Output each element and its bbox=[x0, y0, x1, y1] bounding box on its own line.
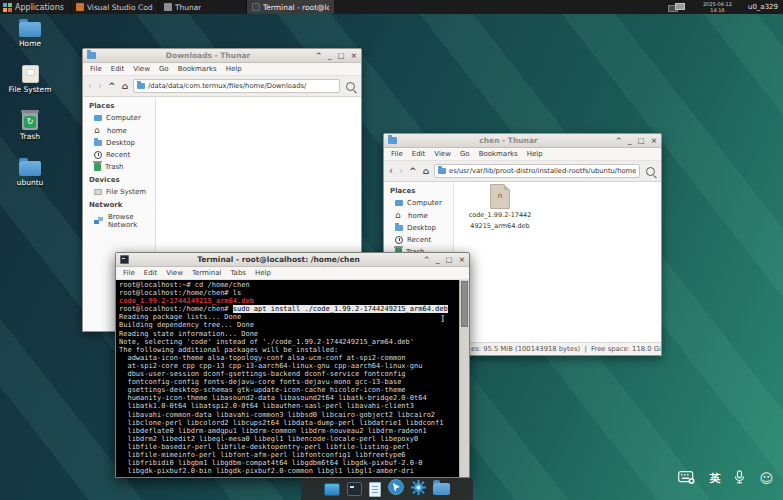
terminal-content[interactable]: root@localhost:~# cd /home/chenroot@loca… bbox=[116, 280, 469, 477]
toolbar: ‹ › ^ ⌂ /data/data/com.termux/files/home… bbox=[83, 76, 361, 97]
network-icon bbox=[94, 217, 104, 225]
menu-item[interactable]: Edit bbox=[111, 65, 125, 73]
trash-mini-icon bbox=[94, 163, 101, 171]
menu-item[interactable]: Help bbox=[226, 65, 242, 73]
up-button[interactable]: ^ bbox=[107, 82, 117, 91]
taskbar-button-terminal[interactable]: Terminal - root@localho... bbox=[246, 0, 334, 14]
scrollbar-thumb[interactable] bbox=[461, 281, 468, 327]
menu-item[interactable]: Edit bbox=[144, 269, 158, 277]
desktop-icon-ubuntu[interactable]: ubuntu bbox=[4, 157, 56, 187]
menu-item[interactable]: File bbox=[90, 65, 102, 73]
file-item-deb[interactable]: n code_1.99.2-17442 49215_arm64.deb bbox=[468, 184, 532, 230]
sidebar-item-recent[interactable]: Recent bbox=[384, 234, 453, 246]
menu-item[interactable]: Terminal bbox=[192, 269, 222, 277]
window-terminal: Terminal - root@localhost: /home/chen ^ … bbox=[115, 252, 470, 478]
sidebar-item-browse-network[interactable]: Browse Network bbox=[83, 211, 155, 231]
path-bar[interactable]: /data/data/com.termux/files/home/Downloa… bbox=[133, 79, 340, 93]
top-panel: Applications Visual Studio Code - Co... … bbox=[0, 0, 783, 14]
menu-item[interactable]: View bbox=[166, 269, 183, 277]
minimize-icon[interactable]: _ bbox=[436, 253, 440, 267]
home-button[interactable]: ⌂ bbox=[121, 82, 129, 91]
file-manager-icon[interactable] bbox=[433, 483, 450, 495]
clock[interactable]: 2025-04-12 14:16 bbox=[703, 1, 732, 13]
menu-item[interactable]: Bookmarks bbox=[479, 150, 518, 158]
menu-item[interactable]: Bookmarks bbox=[178, 65, 217, 73]
minimize-icon[interactable]: _ bbox=[628, 134, 632, 148]
workspace-pager[interactable] bbox=[667, 2, 687, 13]
desktop-folder-icon bbox=[395, 225, 403, 231]
input-method-tray: 英 ☺ bbox=[678, 469, 773, 488]
shade-icon[interactable]: ^ bbox=[616, 134, 622, 148]
back-button[interactable]: ‹ bbox=[388, 166, 394, 176]
maximize-icon[interactable]: □ bbox=[638, 134, 645, 148]
menu-item[interactable]: Edit bbox=[412, 150, 426, 158]
menubar: FileEditViewTerminalTabsHelp bbox=[116, 267, 469, 280]
terminal-line: libdrm2 libedit2 libegl-mesa0 libegl1 li… bbox=[119, 435, 458, 443]
applications-label: Applications bbox=[15, 3, 64, 12]
close-icon[interactable]: × bbox=[651, 134, 657, 148]
menu-item[interactable]: Go bbox=[460, 150, 470, 158]
close-icon[interactable]: × bbox=[459, 253, 465, 267]
taskbar-button-thunar[interactable]: Thunar bbox=[158, 0, 246, 14]
path-bar[interactable]: es/usr/var/lib/proot-distro/installed-ro… bbox=[434, 164, 640, 178]
terminal-icon bbox=[252, 3, 260, 11]
menu-item[interactable]: View bbox=[133, 65, 150, 73]
back-button[interactable]: ‹ bbox=[87, 81, 93, 91]
emoji-icon[interactable]: ☺ bbox=[759, 472, 773, 485]
applications-menu-button[interactable]: Applications bbox=[0, 0, 70, 14]
titlebar[interactable]: Terminal - root@localhost: /home/chen ^ … bbox=[116, 253, 469, 267]
window-title: Downloads - Thunar bbox=[107, 51, 309, 60]
terminal-line: Reading state information... Done bbox=[119, 330, 458, 338]
settings-icon[interactable] bbox=[411, 480, 426, 499]
forward-button[interactable]: › bbox=[97, 81, 103, 91]
maximize-icon[interactable]: □ bbox=[338, 49, 345, 63]
text-editor-icon[interactable] bbox=[369, 482, 381, 497]
minimize-icon[interactable]: _ bbox=[328, 49, 332, 63]
sidebar-item-file-system[interactable]: File System bbox=[83, 186, 155, 198]
desktop-icon-trash[interactable]: ↻ Trash bbox=[4, 111, 56, 141]
forward-button[interactable]: › bbox=[398, 166, 404, 176]
show-desktop-icon[interactable] bbox=[324, 483, 340, 496]
file-area[interactable]: n code_1.99.2-17442 49215_arm64.deb bbox=[454, 182, 661, 342]
scrollbar[interactable] bbox=[459, 280, 469, 477]
menu-item[interactable]: View bbox=[434, 150, 451, 158]
terminal-line: dbus-user-session dconf-gsettings-backen… bbox=[119, 370, 458, 378]
menu-item[interactable]: Go bbox=[159, 65, 169, 73]
shade-icon[interactable]: ^ bbox=[316, 49, 322, 63]
keyboard-icon[interactable] bbox=[678, 469, 695, 488]
sidebar-item-computer[interactable]: Computer bbox=[384, 197, 453, 209]
home-folder-icon bbox=[19, 22, 41, 37]
taskbar-button-vscode[interactable]: Visual Studio Code - Co... bbox=[70, 0, 158, 14]
sidebar-item-computer[interactable]: Computer bbox=[83, 112, 155, 124]
titlebar[interactable]: chen - Thunar ^ _ □ × bbox=[384, 134, 661, 148]
search-icon[interactable] bbox=[346, 82, 355, 91]
search-icon[interactable] bbox=[646, 167, 655, 176]
close-icon[interactable]: × bbox=[351, 49, 357, 63]
desktop-icon-home[interactable]: Home bbox=[4, 18, 56, 48]
maximize-icon[interactable]: □ bbox=[446, 253, 453, 267]
desktop-icon-file-system[interactable]: File System bbox=[4, 64, 56, 94]
sidebar-item-recent[interactable]: Recent bbox=[83, 149, 155, 161]
file-name-line1: code_1.99.2-17442 bbox=[468, 211, 532, 220]
microphone-icon[interactable] bbox=[734, 469, 745, 488]
file-system-icon bbox=[22, 65, 39, 83]
sidebar-item-desktop[interactable]: Desktop bbox=[384, 222, 453, 234]
menu-item[interactable]: Help bbox=[527, 150, 543, 158]
menu-item[interactable]: File bbox=[123, 269, 135, 277]
terminal-launcher-icon[interactable] bbox=[347, 482, 362, 496]
sidebar-item-home[interactable]: home bbox=[83, 124, 155, 137]
shade-icon[interactable]: ^ bbox=[424, 253, 430, 267]
web-browser-icon[interactable] bbox=[388, 479, 404, 499]
menu-item[interactable]: Help bbox=[255, 269, 271, 277]
menu-item[interactable]: File bbox=[391, 150, 403, 158]
sidebar-item-trash[interactable]: Trash bbox=[83, 161, 155, 173]
up-button[interactable]: ^ bbox=[408, 167, 418, 176]
menu-item[interactable]: Tabs bbox=[231, 269, 247, 277]
home-button[interactable]: ⌂ bbox=[422, 167, 430, 176]
terminal-output[interactable]: root@localhost:~# cd /home/chenroot@loca… bbox=[119, 281, 458, 476]
ime-language-indicator[interactable]: 英 bbox=[709, 471, 720, 486]
sidebar-item-home[interactable]: home bbox=[384, 209, 453, 222]
titlebar[interactable]: Downloads - Thunar ^ _ □ × bbox=[83, 49, 361, 63]
sidebar-item-desktop[interactable]: Desktop bbox=[83, 137, 155, 149]
desktop: Applications Visual Studio Code - Co... … bbox=[0, 0, 783, 500]
